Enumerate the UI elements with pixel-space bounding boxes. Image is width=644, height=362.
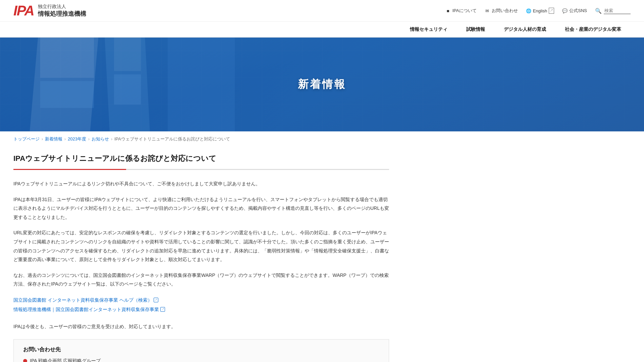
breadcrumb-sep-2: ›	[64, 137, 66, 141]
nav-items: 情報セキュリティ 試験情報 デジタル人材の育成 社会・産業のデジタル変革	[400, 22, 631, 37]
paragraph-3: URL変更の対応にあたっては、安定的なレスポンスの確保を考慮し、リダイレクト対象…	[13, 228, 389, 264]
logo-text-block: 独立行政法人 情報処理推進機構	[38, 4, 86, 18]
breadcrumb-home[interactable]: トップページ	[13, 136, 40, 142]
building-icon: ■	[445, 8, 451, 13]
breadcrumb: トップページ › 新着情報 › 2023年度 › お知らせ › IPAウェブサイ…	[0, 131, 644, 147]
search-area: 🔍	[595, 7, 631, 14]
search-icon: 🔍	[595, 8, 602, 14]
closing-paragraph: IPAは今後とも、ユーザーの皆様のご意見を受け止め、対応してまいります。	[13, 322, 389, 331]
header-utils: ■ IPAについて ✉ お問い合わせ 🌐 English ↗ 💬 公式SNS	[445, 7, 631, 14]
contact-box-title: お問い合わせ先	[23, 346, 379, 353]
logo-area[interactable]: IPA 独立行政法人 情報処理推進機構	[13, 3, 86, 19]
util-contact[interactable]: ✉ お問い合わせ	[485, 8, 518, 14]
title-divider	[13, 169, 389, 170]
warp-ipa-label: 情報処理推進機構｜国立国会図書館インターネット資料収集保存事業	[13, 305, 159, 314]
share-icon: 💬	[562, 8, 568, 13]
paragraph-2: IPAは本年3月31日、ユーザーの皆様にIPAウェブサイトについて、より快適にご…	[13, 195, 389, 222]
page-title: IPAウェブサイトリニューアルに係るお詫びと対応について	[13, 154, 389, 164]
util-about-label: IPAについて	[452, 8, 477, 14]
org-type: 独立行政法人	[38, 4, 86, 10]
breadcrumb-sep-3: ›	[88, 137, 90, 141]
nav-digital[interactable]: デジタル人材の育成	[494, 22, 555, 37]
util-sns[interactable]: 💬 公式SNS	[562, 8, 587, 14]
header-top: IPA 独立行政法人 情報処理推進機構 ■ IPAについて ✉ お問い合わせ 🌐	[0, 0, 644, 22]
nav-security[interactable]: 情報セキュリティ	[400, 22, 457, 37]
external-icon-1	[154, 298, 158, 302]
hero-title: 新着情報	[298, 77, 346, 92]
contact-bullet	[23, 359, 27, 362]
nav-exam[interactable]: 試験情報	[457, 22, 494, 37]
external-icon-2	[160, 307, 165, 312]
article-body: IPAウェブサイトリニューアルによるリンク切れや不具合について、ご不便をおかけし…	[13, 179, 389, 362]
link-item-2: 情報処理推進機構｜国立国会図書館インターネット資料収集保存事業	[13, 305, 389, 314]
breadcrumb-news[interactable]: 新着情報	[45, 136, 62, 142]
main-nav: 情報セキュリティ 試験情報 デジタル人材の育成 社会・産業のデジタル変革	[0, 22, 644, 37]
breadcrumb-notice[interactable]: お知らせ	[92, 136, 109, 142]
breadcrumb-sep-1: ›	[42, 137, 43, 141]
ipa-logo: IPA	[13, 3, 34, 19]
warp-ipa-link[interactable]: 情報処理推進機構｜国立国会図書館インターネット資料収集保存事業	[13, 305, 165, 314]
breadcrumb-current: IPAウェブサイトリニューアルに係るお詫びと対応について	[114, 136, 230, 142]
util-contact-label: お問い合わせ	[492, 8, 518, 14]
contact-item: IPA 戦略企画部 広報戦略グループ	[23, 358, 379, 362]
hero-banner: 新着情報	[0, 38, 644, 131]
external-icon-small: ↗	[549, 8, 554, 14]
util-about[interactable]: ■ IPAについて	[445, 8, 477, 14]
warp-search-label: 国立国会図書館 インターネット資料収集保存事業 ヘルプ（検索）	[13, 295, 152, 305]
org-name: 情報処理推進機構	[38, 10, 86, 18]
breadcrumb-sep-4: ›	[111, 137, 112, 141]
contact-box: お問い合わせ先 IPA 戦略企画部 広報戦略グループ	[13, 339, 389, 362]
warp-search-link[interactable]: 国立国会図書館 インターネット資料収集保存事業 ヘルプ（検索）	[13, 295, 158, 305]
paragraph-1: IPAウェブサイトリニューアルによるリンク切れや不具合について、ご不便をおかけし…	[13, 179, 389, 188]
paragraph-4: なお、過去のコンテンツについては、国立国会図書館のインターネット資料収集保存事業…	[13, 271, 389, 289]
external-links: 国立国会図書館 インターネット資料収集保存事業 ヘルプ（検索） 情報処理推進機構…	[13, 295, 389, 314]
util-english[interactable]: 🌐 English ↗	[526, 8, 554, 14]
contact-item-label: IPA 戦略企画部 広報戦略グループ	[30, 358, 101, 362]
util-english-label: English	[533, 8, 547, 13]
globe-icon: 🌐	[526, 8, 531, 13]
header: IPA 独立行政法人 情報処理推進機構 ■ IPAについて ✉ お問い合わせ 🌐	[0, 0, 644, 38]
mail-icon: ✉	[485, 8, 490, 13]
util-sns-label: 公式SNS	[569, 8, 587, 14]
search-input[interactable]	[604, 7, 631, 14]
breadcrumb-year[interactable]: 2023年度	[68, 136, 86, 142]
main-content: IPAウェブサイトリニューアルに係るお詫びと対応について IPAウェブサイトリニ…	[0, 147, 402, 362]
nav-society[interactable]: 社会・産業のデジタル変革	[555, 22, 631, 37]
link-item-1: 国立国会図書館 インターネット資料収集保存事業 ヘルプ（検索）	[13, 295, 389, 305]
